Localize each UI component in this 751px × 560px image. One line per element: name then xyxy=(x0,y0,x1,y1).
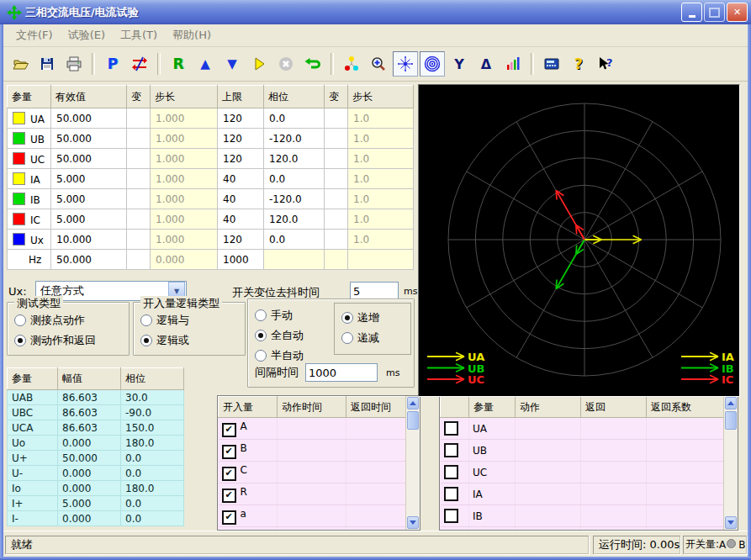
channel-label: C xyxy=(241,464,247,476)
limit-cell[interactable]: 120 xyxy=(218,230,264,250)
scroll-down-icon[interactable] xyxy=(407,516,419,529)
limit-cell[interactable]: 40 xyxy=(218,189,264,209)
rms-value-cell[interactable]: 5.000 xyxy=(51,169,127,189)
phase-cell[interactable]: 120.0 xyxy=(264,149,325,169)
vector-node-button[interactable] xyxy=(339,51,364,77)
p-mode-button[interactable]: P xyxy=(100,51,125,77)
phase-cell[interactable]: -120.0 xyxy=(264,129,325,149)
action-table-scrollbar[interactable] xyxy=(723,396,738,530)
radio-logic-and[interactable]: 逻辑与 xyxy=(140,313,245,328)
radio-icon[interactable] xyxy=(140,314,152,326)
phase-cell[interactable]: -120.0 xyxy=(264,189,325,209)
menu-tools[interactable]: 工具(T) xyxy=(113,25,165,45)
rms-value-cell[interactable]: 50.000 xyxy=(51,108,127,129)
radio-action-return[interactable]: 测动作和返回 xyxy=(14,333,129,348)
radio-icon[interactable] xyxy=(255,330,267,341)
action-cell xyxy=(516,440,581,462)
checkbox[interactable] xyxy=(444,421,458,436)
radio-icon[interactable] xyxy=(14,314,26,326)
phase-cell[interactable]: 0.0 xyxy=(264,108,325,129)
scroll-up-icon[interactable] xyxy=(407,397,419,409)
rms-value-cell[interactable]: 50.000 xyxy=(51,129,127,149)
return-cell xyxy=(581,483,647,505)
lower-button[interactable]: ▼ xyxy=(219,51,245,77)
radio-icon[interactable] xyxy=(14,335,26,346)
step-cell: 1.000 xyxy=(151,189,218,209)
stop-button[interactable] xyxy=(273,51,299,77)
radio-icon[interactable] xyxy=(341,332,353,344)
rms-value-cell[interactable]: 50.000 xyxy=(51,149,127,169)
checkbox[interactable]: ✔ xyxy=(222,489,236,503)
scroll-up-icon[interactable] xyxy=(725,397,737,409)
limit-cell[interactable]: 120 xyxy=(218,108,264,129)
r-reset-button[interactable]: R xyxy=(166,51,191,77)
input-table-scrollbar[interactable] xyxy=(405,396,420,530)
debounce-input[interactable] xyxy=(350,282,399,300)
phase-swap-button[interactable] xyxy=(127,51,152,77)
scrollbar-thumb[interactable] xyxy=(407,411,419,430)
checkbox[interactable]: ✔ xyxy=(222,510,236,525)
radio-decrease[interactable]: 递减 xyxy=(341,330,410,346)
menu-help[interactable]: 帮助(H) xyxy=(165,25,219,45)
rms-value-cell[interactable]: 50.000 xyxy=(51,250,127,270)
radio-logic-or[interactable]: 逻辑或 xyxy=(140,333,245,348)
scroll-down-icon[interactable] xyxy=(725,516,737,529)
polar-rings-button[interactable] xyxy=(420,51,445,77)
undo-button[interactable] xyxy=(300,51,325,77)
checkbox[interactable] xyxy=(444,509,458,523)
radio-icon[interactable] xyxy=(140,335,152,346)
zoom-in-button[interactable] xyxy=(366,51,391,77)
rms-value-cell[interactable]: 5.000 xyxy=(51,189,127,209)
save-button[interactable] xyxy=(34,51,60,77)
raise-button[interactable]: ▲ xyxy=(193,51,218,77)
rays-view-button[interactable] xyxy=(393,51,418,77)
print-button[interactable] xyxy=(61,51,87,77)
start-button[interactable] xyxy=(246,51,272,77)
col-phase: 相位 xyxy=(121,368,184,390)
radio-increase[interactable]: 递增 xyxy=(341,310,410,325)
limit-cell[interactable]: 120 xyxy=(218,129,264,149)
help-button[interactable]: ? xyxy=(566,51,591,77)
phase-cell[interactable]: 120.0 xyxy=(264,209,325,230)
limit-cell[interactable]: 40 xyxy=(218,209,264,230)
minimize-button[interactable] xyxy=(681,3,702,22)
limit-cell[interactable]: 1000 xyxy=(218,250,264,270)
seq-amplitude-cell: 0.000 xyxy=(58,511,121,526)
seq-phase-cell: 0.0 xyxy=(121,496,184,511)
open-button[interactable] xyxy=(8,51,33,77)
phase-cell[interactable]: 0.0 xyxy=(264,169,325,189)
checkbox[interactable]: ✔ xyxy=(222,467,236,481)
menu-file[interactable]: 文件(F) xyxy=(8,25,61,45)
scrollbar-thumb[interactable] xyxy=(725,411,737,430)
titlebar: 三相交流电压/电流试验 ✕ xyxy=(0,0,751,24)
limit-cell[interactable]: 40 xyxy=(218,169,264,189)
delta-connection-button[interactable]: Δ xyxy=(473,51,499,77)
switch-label: 开关量: xyxy=(685,537,719,552)
input-logic-title: 开入量逻辑类型 xyxy=(140,296,222,311)
radio-icon[interactable] xyxy=(341,312,353,324)
phase-cell[interactable]: 0.0 xyxy=(264,230,325,250)
checkbox[interactable]: ✔ xyxy=(222,423,236,437)
checkbox[interactable] xyxy=(444,443,458,457)
radio-icon[interactable] xyxy=(255,350,267,362)
checkbox[interactable] xyxy=(444,465,458,479)
interval-input[interactable] xyxy=(305,363,378,382)
context-help-button[interactable]: ? xyxy=(593,51,618,77)
limit-cell[interactable]: 120 xyxy=(218,149,264,169)
y-connection-button[interactable]: Y xyxy=(447,51,472,77)
svg-text:IC: IC xyxy=(722,373,733,386)
rms-value-cell[interactable]: 5.000 xyxy=(51,209,127,230)
calculator-button[interactable] xyxy=(539,51,564,77)
bar-chart-button[interactable] xyxy=(500,51,526,77)
radio-contact-action[interactable]: 测接点动作 xyxy=(14,313,129,328)
vary-cell xyxy=(325,250,348,270)
radio-icon[interactable] xyxy=(255,309,267,321)
debounce-unit: ms xyxy=(404,286,417,297)
checkbox[interactable] xyxy=(444,487,458,501)
menu-test[interactable]: 试验(E) xyxy=(61,25,113,45)
close-button[interactable]: ✕ xyxy=(727,3,748,22)
checkbox[interactable]: ✔ xyxy=(222,445,236,459)
maximize-button[interactable] xyxy=(704,3,725,22)
return-coeff-cell xyxy=(647,505,727,527)
rms-value-cell[interactable]: 10.000 xyxy=(51,230,127,250)
